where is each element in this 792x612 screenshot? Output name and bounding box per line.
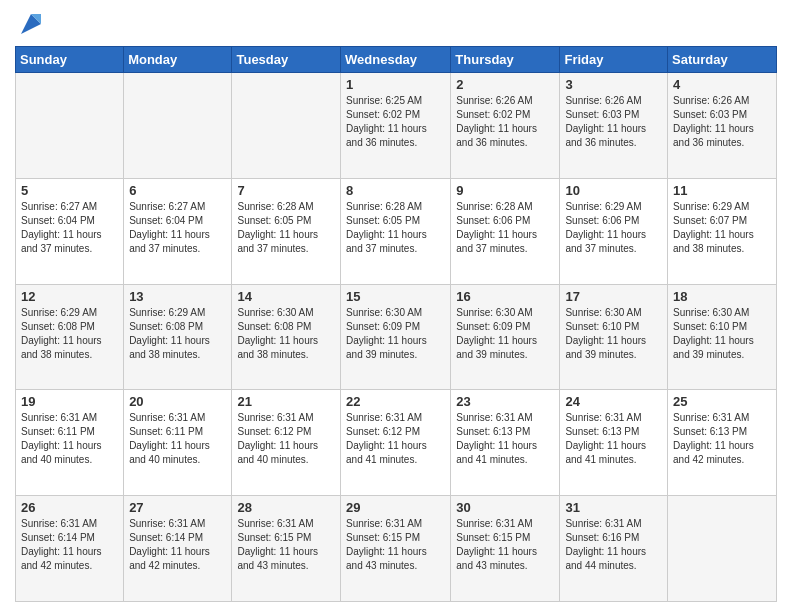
calendar-cell: 23Sunrise: 6:31 AMSunset: 6:13 PMDayligh… [451,390,560,496]
calendar-cell: 25Sunrise: 6:31 AMSunset: 6:13 PMDayligh… [668,390,777,496]
day-number: 11 [673,183,771,198]
day-number: 8 [346,183,445,198]
day-number: 30 [456,500,554,515]
calendar-cell: 17Sunrise: 6:30 AMSunset: 6:10 PMDayligh… [560,284,668,390]
calendar-cell: 19Sunrise: 6:31 AMSunset: 6:11 PMDayligh… [16,390,124,496]
calendar-cell: 18Sunrise: 6:30 AMSunset: 6:10 PMDayligh… [668,284,777,390]
calendar-cell: 15Sunrise: 6:30 AMSunset: 6:09 PMDayligh… [341,284,451,390]
day-number: 16 [456,289,554,304]
calendar-cell: 26Sunrise: 6:31 AMSunset: 6:14 PMDayligh… [16,496,124,602]
day-info: Sunrise: 6:29 AMSunset: 6:06 PMDaylight:… [565,200,662,256]
day-info: Sunrise: 6:31 AMSunset: 6:15 PMDaylight:… [346,517,445,573]
day-number: 18 [673,289,771,304]
day-info: Sunrise: 6:31 AMSunset: 6:13 PMDaylight:… [673,411,771,467]
day-number: 25 [673,394,771,409]
day-info: Sunrise: 6:25 AMSunset: 6:02 PMDaylight:… [346,94,445,150]
calendar-cell: 27Sunrise: 6:31 AMSunset: 6:14 PMDayligh… [124,496,232,602]
day-info: Sunrise: 6:31 AMSunset: 6:13 PMDaylight:… [565,411,662,467]
day-info: Sunrise: 6:28 AMSunset: 6:06 PMDaylight:… [456,200,554,256]
day-info: Sunrise: 6:27 AMSunset: 6:04 PMDaylight:… [21,200,118,256]
day-number: 27 [129,500,226,515]
day-number: 24 [565,394,662,409]
day-info: Sunrise: 6:31 AMSunset: 6:12 PMDaylight:… [237,411,335,467]
day-info: Sunrise: 6:30 AMSunset: 6:10 PMDaylight:… [673,306,771,362]
header-saturday: Saturday [668,47,777,73]
day-info: Sunrise: 6:29 AMSunset: 6:08 PMDaylight:… [129,306,226,362]
header [15,10,777,38]
header-sunday: Sunday [16,47,124,73]
calendar-table: Sunday Monday Tuesday Wednesday Thursday… [15,46,777,602]
day-info: Sunrise: 6:31 AMSunset: 6:14 PMDaylight:… [129,517,226,573]
day-info: Sunrise: 6:29 AMSunset: 6:08 PMDaylight:… [21,306,118,362]
day-number: 14 [237,289,335,304]
logo-icon [17,10,45,38]
calendar-cell: 16Sunrise: 6:30 AMSunset: 6:09 PMDayligh… [451,284,560,390]
calendar-cell: 2Sunrise: 6:26 AMSunset: 6:02 PMDaylight… [451,73,560,179]
day-number: 19 [21,394,118,409]
header-tuesday: Tuesday [232,47,341,73]
calendar-cell: 11Sunrise: 6:29 AMSunset: 6:07 PMDayligh… [668,178,777,284]
calendar-cell: 31Sunrise: 6:31 AMSunset: 6:16 PMDayligh… [560,496,668,602]
day-number: 6 [129,183,226,198]
day-info: Sunrise: 6:31 AMSunset: 6:15 PMDaylight:… [456,517,554,573]
header-monday: Monday [124,47,232,73]
calendar-cell: 13Sunrise: 6:29 AMSunset: 6:08 PMDayligh… [124,284,232,390]
day-number: 4 [673,77,771,92]
calendar-cell: 1Sunrise: 6:25 AMSunset: 6:02 PMDaylight… [341,73,451,179]
day-number: 15 [346,289,445,304]
day-info: Sunrise: 6:29 AMSunset: 6:07 PMDaylight:… [673,200,771,256]
day-number: 1 [346,77,445,92]
calendar-cell: 30Sunrise: 6:31 AMSunset: 6:15 PMDayligh… [451,496,560,602]
calendar-cell: 29Sunrise: 6:31 AMSunset: 6:15 PMDayligh… [341,496,451,602]
day-info: Sunrise: 6:31 AMSunset: 6:12 PMDaylight:… [346,411,445,467]
day-info: Sunrise: 6:31 AMSunset: 6:15 PMDaylight:… [237,517,335,573]
day-info: Sunrise: 6:31 AMSunset: 6:14 PMDaylight:… [21,517,118,573]
calendar-cell: 14Sunrise: 6:30 AMSunset: 6:08 PMDayligh… [232,284,341,390]
day-info: Sunrise: 6:31 AMSunset: 6:11 PMDaylight:… [21,411,118,467]
header-wednesday: Wednesday [341,47,451,73]
day-info: Sunrise: 6:30 AMSunset: 6:08 PMDaylight:… [237,306,335,362]
day-number: 26 [21,500,118,515]
day-number: 21 [237,394,335,409]
calendar-cell: 20Sunrise: 6:31 AMSunset: 6:11 PMDayligh… [124,390,232,496]
day-info: Sunrise: 6:28 AMSunset: 6:05 PMDaylight:… [346,200,445,256]
day-number: 28 [237,500,335,515]
calendar-cell: 6Sunrise: 6:27 AMSunset: 6:04 PMDaylight… [124,178,232,284]
day-number: 20 [129,394,226,409]
day-number: 7 [237,183,335,198]
calendar-cell: 24Sunrise: 6:31 AMSunset: 6:13 PMDayligh… [560,390,668,496]
day-number: 2 [456,77,554,92]
calendar-cell: 12Sunrise: 6:29 AMSunset: 6:08 PMDayligh… [16,284,124,390]
day-info: Sunrise: 6:30 AMSunset: 6:09 PMDaylight:… [456,306,554,362]
calendar-cell: 28Sunrise: 6:31 AMSunset: 6:15 PMDayligh… [232,496,341,602]
header-thursday: Thursday [451,47,560,73]
day-number: 29 [346,500,445,515]
day-info: Sunrise: 6:26 AMSunset: 6:03 PMDaylight:… [673,94,771,150]
calendar-cell: 7Sunrise: 6:28 AMSunset: 6:05 PMDaylight… [232,178,341,284]
day-number: 12 [21,289,118,304]
header-friday: Friday [560,47,668,73]
calendar-cell: 4Sunrise: 6:26 AMSunset: 6:03 PMDaylight… [668,73,777,179]
calendar-cell: 3Sunrise: 6:26 AMSunset: 6:03 PMDaylight… [560,73,668,179]
calendar-week-row: 26Sunrise: 6:31 AMSunset: 6:14 PMDayligh… [16,496,777,602]
calendar-week-row: 1Sunrise: 6:25 AMSunset: 6:02 PMDaylight… [16,73,777,179]
calendar-cell: 22Sunrise: 6:31 AMSunset: 6:12 PMDayligh… [341,390,451,496]
day-info: Sunrise: 6:30 AMSunset: 6:09 PMDaylight:… [346,306,445,362]
logo [15,14,45,38]
day-info: Sunrise: 6:27 AMSunset: 6:04 PMDaylight:… [129,200,226,256]
day-number: 13 [129,289,226,304]
calendar-cell [124,73,232,179]
page: Sunday Monday Tuesday Wednesday Thursday… [0,0,792,612]
day-number: 17 [565,289,662,304]
day-info: Sunrise: 6:26 AMSunset: 6:03 PMDaylight:… [565,94,662,150]
calendar-week-row: 19Sunrise: 6:31 AMSunset: 6:11 PMDayligh… [16,390,777,496]
day-number: 9 [456,183,554,198]
day-number: 3 [565,77,662,92]
calendar-cell: 8Sunrise: 6:28 AMSunset: 6:05 PMDaylight… [341,178,451,284]
day-number: 22 [346,394,445,409]
calendar-cell [668,496,777,602]
day-info: Sunrise: 6:31 AMSunset: 6:16 PMDaylight:… [565,517,662,573]
day-number: 5 [21,183,118,198]
day-number: 23 [456,394,554,409]
day-number: 31 [565,500,662,515]
